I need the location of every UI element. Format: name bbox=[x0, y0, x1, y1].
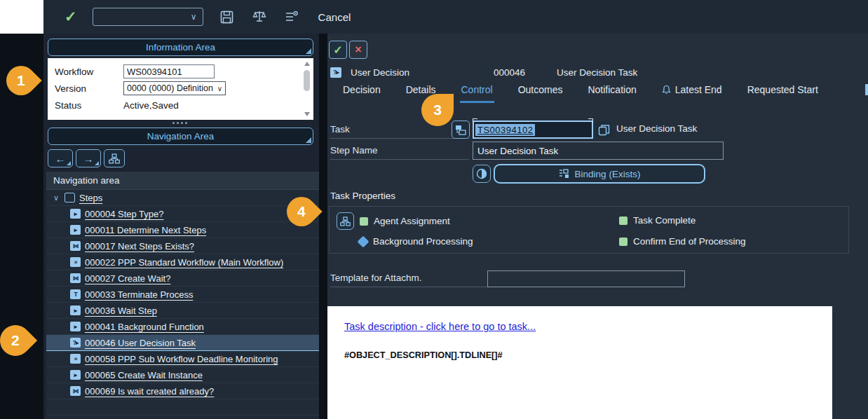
task-description-body: #OBJECT_DESCRIPTION[].TDLINE[]# bbox=[344, 350, 787, 360]
process-control-step-icon: T bbox=[70, 289, 81, 299]
step-type-text: User Decision bbox=[351, 67, 409, 78]
forward-button[interactable]: → bbox=[76, 149, 101, 167]
navigation-area-header[interactable]: Navigation Area bbox=[48, 128, 313, 145]
tab-latest-end[interactable]: Latest End bbox=[662, 80, 722, 99]
subworkflow-step-icon: » bbox=[70, 354, 81, 364]
tab-requested-start[interactable]: Requested Start bbox=[747, 80, 818, 99]
binding-button[interactable]: Binding (Exists) bbox=[494, 164, 705, 184]
chevron-down-icon: ∨ bbox=[191, 12, 197, 22]
main-toolbar: ✓ ∨ Cancel bbox=[43, 0, 868, 34]
save-button[interactable] bbox=[219, 8, 236, 25]
task-description-link[interactable]: Task description - click here to go to t… bbox=[344, 321, 536, 332]
step-name-input[interactable] bbox=[473, 142, 724, 160]
task-id-input[interactable]: TS00394102 bbox=[473, 121, 593, 139]
step-number: 000046 bbox=[494, 67, 525, 78]
tab-notification[interactable]: Notification bbox=[588, 80, 636, 99]
list-overview-icon bbox=[285, 11, 299, 23]
workflow-label: Workflow bbox=[55, 67, 123, 77]
tree-item[interactable]: ▸ 000011 Determine Next Steps bbox=[46, 222, 319, 238]
info-scrollbar[interactable] bbox=[302, 60, 311, 118]
collapse-corner-icon bbox=[306, 48, 311, 54]
reject-button[interactable]: × bbox=[349, 41, 367, 59]
information-area-title: Information Area bbox=[146, 42, 215, 53]
org-chart-icon bbox=[340, 217, 351, 226]
tree-item-selected[interactable]: ?▸ 000046 User Decision Task bbox=[46, 335, 319, 351]
confirm-end-label: Confirm End of Processing bbox=[633, 236, 746, 247]
consistency-check-button[interactable] bbox=[251, 8, 268, 25]
hierarchy-view-button[interactable] bbox=[104, 149, 125, 167]
task-select-button[interactable] bbox=[452, 121, 470, 139]
binding-icon bbox=[559, 169, 569, 179]
scroll-up-icon[interactable] bbox=[304, 62, 310, 66]
cancel-button[interactable]: Cancel bbox=[318, 11, 351, 23]
agent-assignment-label: Agent Assignment bbox=[374, 216, 450, 226]
task-label: Task bbox=[330, 121, 469, 139]
chevron-down-icon[interactable]: ∨ bbox=[53, 193, 65, 202]
checkbox-checked-icon[interactable] bbox=[360, 217, 368, 226]
tree-root-steps[interactable]: ∨ Steps bbox=[46, 190, 319, 206]
tabs-overflow-marker[interactable] bbox=[865, 84, 868, 95]
template-attachment-label: Template for Attachm. bbox=[330, 269, 487, 287]
tab-decision[interactable]: Decision bbox=[343, 80, 381, 99]
scroll-thumb[interactable] bbox=[304, 70, 310, 91]
scroll-down-icon[interactable] bbox=[304, 112, 310, 116]
menu-corner-icon bbox=[67, 161, 71, 165]
workflow-input[interactable] bbox=[123, 64, 215, 78]
condition-step-icon: ⋈ bbox=[70, 386, 81, 396]
copy-icon bbox=[598, 124, 610, 136]
scales-icon bbox=[252, 10, 266, 24]
user-decision-step-icon: ?▸ bbox=[70, 338, 81, 348]
tree-item[interactable]: ⋈ 000069 Is wait created already? bbox=[46, 383, 319, 399]
information-area-header[interactable]: Information Area bbox=[48, 39, 313, 56]
task-properties-title: Task Properties bbox=[330, 191, 395, 201]
tree-item[interactable]: T 000033 Terminate Process bbox=[46, 287, 319, 303]
detail-tabs: Decision Details Control Outcomes Notifi… bbox=[343, 80, 818, 99]
status-label: Status bbox=[55, 100, 123, 111]
collapse-corner-icon bbox=[306, 137, 311, 143]
tab-outcomes[interactable]: Outcomes bbox=[518, 80, 563, 99]
copy-task-button[interactable] bbox=[595, 121, 612, 138]
task-properties-box: Agent Assignment Task Complete Backgroun… bbox=[329, 206, 849, 254]
agent-assignment-button[interactable] bbox=[337, 212, 354, 230]
tree-item[interactable]: ▸ 000004 Step Type? bbox=[46, 206, 319, 222]
wait-step-icon: ▸ bbox=[70, 305, 81, 315]
arrow-left-icon: ← bbox=[55, 153, 66, 165]
left-panel: Information Area Workflow Version 0000 (… bbox=[43, 34, 319, 419]
tree-item[interactable]: » 000058 PPP Sub Workflow Deadline Monit… bbox=[46, 351, 319, 367]
condition-step-icon: ⋈ bbox=[70, 241, 81, 251]
overview-button[interactable] bbox=[283, 8, 300, 25]
tree-item[interactable]: ▸ 000041 Background Function bbox=[46, 319, 319, 335]
step-name-text: User Decision Task bbox=[557, 67, 637, 78]
tab-control[interactable]: Control bbox=[461, 80, 493, 99]
container-overview-button[interactable] bbox=[473, 165, 491, 183]
tree-item[interactable]: ⋈ 000017 Next Steps Exists? bbox=[46, 238, 319, 254]
background-processing-label: Background Processing bbox=[373, 236, 473, 247]
diamond-marker-icon[interactable] bbox=[358, 235, 369, 247]
back-button[interactable]: ← bbox=[48, 149, 73, 167]
apply-button[interactable]: ✓ bbox=[329, 41, 347, 59]
detail-panel: ✓ × ?▸ User Decision 000046 User Decisio… bbox=[327, 34, 868, 419]
tree-item[interactable]: » 000022 PPP Standard Workflow (Main Wor… bbox=[46, 254, 319, 270]
tree-item[interactable]: ▸ 000036 Wait Step bbox=[46, 303, 319, 319]
tree-item[interactable]: ▸ 000065 Create Wait Instance bbox=[46, 367, 319, 383]
tree-empty-row bbox=[46, 399, 319, 415]
background-step-icon: ▸ bbox=[70, 322, 81, 331]
step-name-label: Step Name bbox=[330, 142, 469, 160]
menu-corner-icon bbox=[95, 161, 99, 165]
dialog-step-icon: ▸ bbox=[70, 209, 81, 219]
version-select[interactable]: 0000 (0000) Definition ∨ bbox=[123, 81, 226, 95]
task-complete-label: Task Complete bbox=[633, 215, 696, 226]
panel-splitter[interactable] bbox=[172, 122, 191, 125]
confirm-check-icon[interactable]: ✓ bbox=[65, 8, 77, 25]
checkbox-checked-icon[interactable] bbox=[619, 238, 628, 246]
checkbox-checked-icon[interactable] bbox=[619, 217, 628, 225]
harvey-ball-icon bbox=[476, 168, 487, 179]
template-attachment-input[interactable] bbox=[487, 270, 685, 287]
step-title-row: ?▸ User Decision 000046 User Decision Ta… bbox=[330, 66, 409, 78]
detail-confirm-buttons: ✓ × bbox=[329, 41, 367, 59]
tree-item[interactable]: ⋈ 000027 Create Wait? bbox=[46, 270, 319, 287]
arrow-right-icon: → bbox=[83, 153, 94, 165]
task-description-panel: Task description - click here to go to t… bbox=[327, 306, 832, 419]
command-field[interactable]: ∨ bbox=[93, 8, 203, 26]
version-value: 0000 (0000) Definition bbox=[127, 83, 213, 93]
